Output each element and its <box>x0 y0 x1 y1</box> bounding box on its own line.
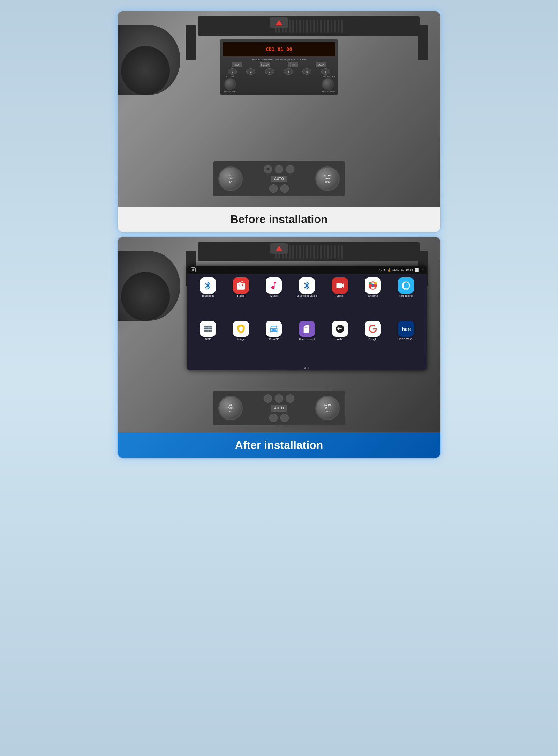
svg-text:here: here <box>402 326 411 332</box>
app-bluetooth-music-label: Bluetooth Music <box>297 295 317 298</box>
app-image-label: Image <box>237 338 245 341</box>
app-music[interactable]: Music <box>258 277 290 319</box>
preset-3[interactable]: 3 <box>265 68 274 75</box>
top-vents <box>198 16 420 36</box>
after-top-vents <box>198 242 420 261</box>
app-user-manual[interactable]: User manual <box>291 321 323 363</box>
climate-knob-right[interactable]: AUTOOFFPUSH <box>315 166 340 191</box>
after-climate-control: 25PUSHA/C AUTO <box>213 391 345 425</box>
back-btn-icon[interactable]: ↩ <box>420 268 423 272</box>
app-here-wego[interactable]: here HERE WeGo <box>390 321 422 363</box>
battery-status-text: 11.6V <box>392 268 400 272</box>
after-label-text: After installation <box>235 439 323 451</box>
app-fan-control[interactable]: Fan control <box>390 277 422 319</box>
after-hazard-button[interactable] <box>270 243 288 254</box>
app-aux-label: AUX <box>337 338 342 341</box>
preset-2[interactable]: 2 <box>246 68 255 75</box>
wifi-status-icon: ▼ <box>383 268 386 272</box>
after-image: ⬡ ▼ 🔒 11.6V 12 10:53 ⬜ ↩ <box>118 237 440 432</box>
after-climate-knob-right[interactable]: AUTOOFFPUSH <box>315 396 340 420</box>
hazard-triangle-icon <box>276 20 282 25</box>
climate-defrost-btn[interactable]: ❄ <box>264 165 272 173</box>
radio-rpt-btn[interactable]: RPT <box>288 62 298 67</box>
home-icon-area[interactable] <box>191 267 196 272</box>
lock-status-icon: 🔒 <box>387 268 391 272</box>
app-radio-label: Radio <box>237 295 244 298</box>
before-label-text: Before installation <box>230 213 327 225</box>
app-chrome[interactable]: Chrome <box>357 277 389 319</box>
preset-6[interactable]: 6 <box>321 68 330 75</box>
android-head-unit[interactable]: ⬡ ▼ 🔒 11.6V 12 10:53 ⬜ ↩ <box>187 266 427 370</box>
app-dsp-label: DSP <box>205 338 211 341</box>
climate-auto-btn[interactable]: AUTO <box>271 176 287 182</box>
app-google[interactable]: Google <box>357 321 389 363</box>
app-video[interactable]: Video <box>324 277 356 319</box>
bluetooth-status-icon: ⬡ <box>379 268 382 272</box>
app-video-label: Video <box>336 295 343 298</box>
app-here-label: HERE WeGo <box>398 338 414 341</box>
app-bluetooth[interactable]: Bluetooth <box>192 277 224 319</box>
after-climate-defrost-btn[interactable] <box>264 394 272 403</box>
after-hazard-icon <box>276 246 282 251</box>
page-dot-2[interactable] <box>308 367 309 369</box>
hazard-button[interactable] <box>270 17 288 28</box>
after-label-area: After installation <box>118 432 440 458</box>
after-installation-panel: ⬡ ▼ 🔒 11.6V 12 10:53 ⬜ ↩ <box>117 236 441 459</box>
cup-holder-inner <box>121 46 170 95</box>
climate-airflow-btn[interactable] <box>275 165 283 173</box>
app-image[interactable]: Image <box>225 321 257 363</box>
cup-holder <box>118 25 180 95</box>
climate-fan-btn[interactable] <box>269 184 278 193</box>
app-chrome-label: Chrome <box>368 295 378 298</box>
signal-status-text: 12 <box>401 268 404 272</box>
app-fan-label: Fan control <box>399 295 413 298</box>
before-image: CD1 01 00 PLS SYNTHESIZED FM/AM TUNER 6C… <box>118 11 440 207</box>
app-dsp[interactable]: DSP <box>192 321 224 363</box>
side-vent-left <box>186 25 196 60</box>
after-climate-knob-left[interactable]: 25PUSHA/C <box>218 396 243 420</box>
status-icons-group: ⬡ ▼ 🔒 11.6V 12 10:53 ⬜ ↩ <box>379 268 423 272</box>
radio-unit: CD1 01 00 PLS SYNTHESIZED FM/AM TUNER 6C… <box>220 39 338 95</box>
app-bluetooth-label: Bluetooth <box>202 295 214 298</box>
radio-scan-btn[interactable]: SCAN <box>316 62 326 67</box>
home-indicator[interactable] <box>191 267 196 272</box>
after-climate-fan-btn[interactable] <box>269 414 278 422</box>
after-climate-auto-btn[interactable]: AUTO <box>271 405 287 412</box>
radio-display: CD1 01 00 <box>223 42 335 56</box>
after-climate-recirculate-btn[interactable] <box>286 394 294 403</box>
app-carapp[interactable]: CarAPP <box>258 321 290 363</box>
app-user-manual-label: User manual <box>299 338 315 341</box>
preset-5[interactable]: 5 <box>302 68 311 75</box>
preset-1[interactable]: 1 <box>228 68 237 75</box>
app-grid-row2: DSP Image <box>187 319 427 366</box>
home-icon <box>192 268 195 271</box>
before-installation-panel: CD1 01 00 PLS SYNTHESIZED FM/AM TUNER 6C… <box>117 10 441 233</box>
side-vent-right <box>418 25 428 60</box>
preset-4[interactable]: 4 <box>284 68 293 75</box>
app-bluetooth-music[interactable]: Bluetooth Music <box>291 277 323 319</box>
after-climate-mode-btn[interactable] <box>280 414 289 422</box>
app-music-label: Music <box>270 295 278 298</box>
page-dots <box>187 366 427 370</box>
after-cup-holder <box>118 251 180 321</box>
climate-control: 25PUSHA/C ❄ AUTO <box>213 161 345 196</box>
app-grid-row1: Bluetooth Radio <box>187 274 427 319</box>
page-dot-1[interactable] <box>304 367 306 369</box>
after-climate-airflow-btn[interactable] <box>275 394 283 403</box>
screen-icon: ⬜ <box>415 268 419 272</box>
app-radio[interactable]: Radio <box>225 277 257 319</box>
app-carapp-label: CarAPP <box>269 338 279 341</box>
radio-cd-btn[interactable]: CD <box>232 62 242 67</box>
app-google-label: Google <box>368 338 377 341</box>
climate-recirculate-btn[interactable] <box>286 165 294 173</box>
status-bar: ⬡ ▼ 🔒 11.6V 12 10:53 ⬜ ↩ <box>187 266 427 274</box>
before-label-area: Before installation <box>118 207 440 232</box>
climate-knob-left[interactable]: 25PUSHA/C <box>218 166 243 191</box>
status-time: 10:53 <box>405 268 413 272</box>
radio-fmam-btn[interactable]: FM/AM <box>260 62 270 67</box>
climate-mode-btn[interactable] <box>280 184 289 193</box>
app-aux[interactable]: AUX <box>324 321 356 363</box>
after-cup-holder-inner <box>121 272 170 321</box>
